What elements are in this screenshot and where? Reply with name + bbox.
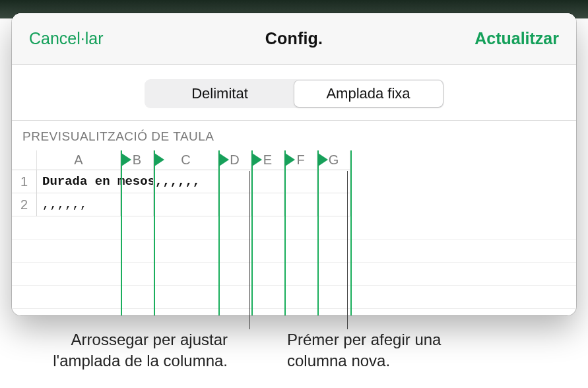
- grid-line: [12, 216, 576, 240]
- cell[interactable]: [154, 193, 218, 216]
- grid-cells: Durada en mesos,,,,,, ,,,,,,: [37, 170, 576, 216]
- column-divider-handle-e[interactable]: [252, 153, 262, 166]
- column-divider-handle-d[interactable]: [219, 153, 229, 166]
- modal-header: Cancel·lar Config. Actualitzar: [12, 13, 576, 65]
- cancel-button[interactable]: Cancel·lar: [29, 29, 104, 48]
- cell[interactable]: [121, 193, 154, 216]
- cell[interactable]: [218, 193, 251, 216]
- grid-line: [12, 286, 576, 309]
- grid-line: [12, 309, 576, 315]
- mode-segmented-row: Delimitat Amplada fixa: [12, 65, 576, 121]
- callout-leader-drag: [249, 171, 250, 329]
- row-header-2[interactable]: 2: [12, 193, 37, 216]
- cell[interactable]: [284, 193, 317, 216]
- callout-leader-press: [347, 171, 348, 329]
- grid-line: [12, 263, 576, 286]
- import-config-modal: Cancel·lar Config. Actualitzar Delimitat…: [12, 13, 576, 315]
- update-button[interactable]: Actualitzar: [474, 29, 559, 48]
- table-row: Durada en mesos,,,,,,: [37, 170, 576, 193]
- mode-segmented-control: Delimitat Amplada fixa: [145, 79, 444, 108]
- cell[interactable]: [251, 193, 284, 216]
- grid-lines: [12, 216, 576, 315]
- column-divider-handle-g[interactable]: [318, 153, 328, 166]
- column-divider-handle-f[interactable]: [285, 153, 295, 166]
- tab-fixed-width[interactable]: Amplada fixa: [294, 81, 443, 107]
- column-divider-handle-b[interactable]: [121, 153, 131, 166]
- callout-drag: Arrossegar per ajustar l'amplada de la c…: [7, 329, 228, 372]
- grid-line: [12, 240, 576, 263]
- cell[interactable]: [317, 193, 350, 216]
- cell[interactable]: Durada en mesos,,,,,,: [37, 170, 121, 193]
- tab-delimited[interactable]: Delimitat: [146, 81, 294, 107]
- row-header-1[interactable]: 1: [12, 170, 37, 193]
- cell[interactable]: [154, 170, 218, 193]
- table-preview: A B C D E F G 1 2 Durada en mesos,,,,,,: [12, 150, 576, 315]
- column-divider-handle-c[interactable]: [154, 153, 164, 166]
- cell[interactable]: [284, 170, 317, 193]
- cell[interactable]: [121, 170, 154, 193]
- cell[interactable]: [218, 170, 251, 193]
- cell[interactable]: [317, 170, 350, 193]
- cell[interactable]: ,,,,,,: [37, 193, 121, 216]
- cell[interactable]: [251, 170, 284, 193]
- column-header-a[interactable]: A: [37, 150, 121, 170]
- table-row: ,,,,,,: [37, 193, 576, 216]
- grid-corner: [12, 150, 37, 170]
- preview-section-label: PREVISUALITZACIÓ DE TAULA: [12, 121, 576, 150]
- modal-title: Config.: [265, 29, 323, 48]
- row-headers: 1 2: [12, 170, 37, 216]
- column-headers: A B C D E F G: [37, 150, 576, 170]
- callout-press: Prémer per afegir una columna nova.: [287, 329, 465, 372]
